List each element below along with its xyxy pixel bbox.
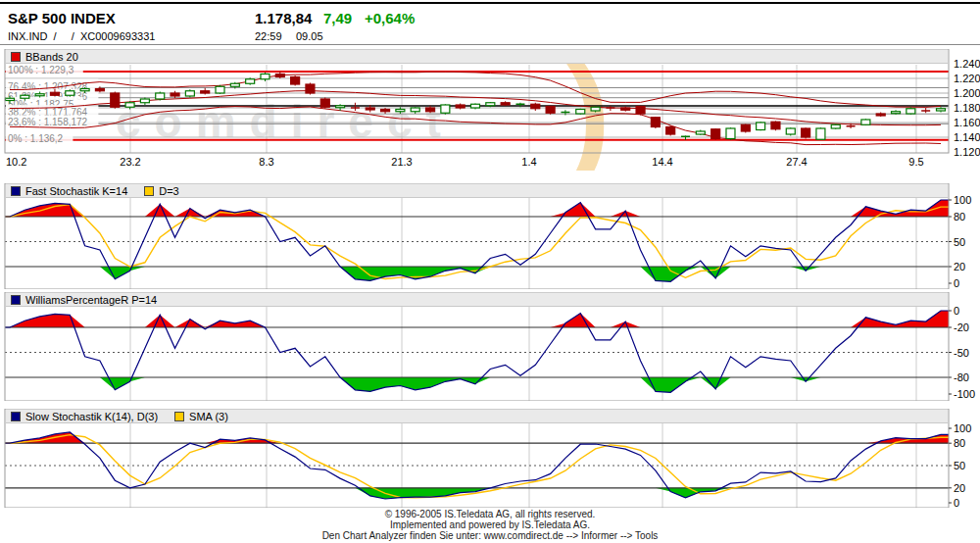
svg-text:10.2: 10.2 (6, 156, 26, 168)
williams-percent-r-chart: 0-20-50-80-100 (0, 292, 980, 401)
slow-k-swatch (11, 412, 21, 421)
instrument-title: S&P 500 INDEX (8, 10, 116, 26)
slow-k-label: Slow Stochastik K(14), D(3) (25, 411, 158, 422)
svg-text:1.240: 1.240 (954, 58, 980, 70)
svg-text:-80: -80 (954, 371, 969, 383)
quote-date: 09.05 (296, 30, 323, 42)
slow-stochastic-chart: 1008050200 (0, 409, 980, 508)
footer-powered-by: Implemented and powered by IS.Teledata A… (0, 519, 980, 530)
svg-text:-20: -20 (954, 321, 969, 333)
fast-stochastic-chart: 1008050200 (0, 183, 980, 289)
svg-text:100: 100 (954, 194, 971, 206)
svg-text:20: 20 (954, 261, 965, 272)
svg-text:1.180: 1.180 (954, 102, 980, 114)
williams-line-label: WilliamsPercentageR P=14 (25, 294, 157, 306)
svg-text:0: 0 (954, 305, 959, 317)
footer: © 1996-2005 IS.Teledata AG, all rights r… (0, 509, 980, 541)
bbands-legend-label: BBands 20 (25, 51, 78, 63)
comdirect-chart-analyzer: S&P 500 INDEX 1.178,84 7,49 +0,64% INX.I… (0, 0, 980, 543)
svg-text:0: 0 (954, 497, 959, 508)
d-line-swatch (144, 186, 154, 196)
svg-text:100% : 1.229,3: 100% : 1.229,3 (8, 65, 74, 75)
svg-text:8.3: 8.3 (259, 156, 273, 168)
svg-text:1.220: 1.220 (954, 73, 980, 84)
last-price: 1.178,84 (255, 10, 312, 26)
svg-text:100: 100 (954, 422, 971, 434)
svg-text:1.4: 1.4 (521, 156, 536, 168)
svg-text:0: 0 (954, 277, 959, 289)
sma-label: SMA (3) (189, 411, 228, 422)
d-line-label: D=3 (159, 185, 179, 197)
bbands-legend-swatch (11, 52, 21, 62)
price-change: 7,49 (323, 10, 352, 26)
sma-swatch (174, 412, 184, 421)
k-line-label: Fast Stochastik K=14 (25, 185, 127, 197)
bbands-legend: BBands 20 (6, 50, 948, 64)
williams-line-swatch (11, 295, 21, 305)
svg-text:0% : 1.136,2: 0% : 1.136,2 (8, 133, 64, 144)
footer-copyright: © 1996-2005 IS.Teledata AG, all rights r… (0, 509, 980, 519)
instrument-ids: INX.IND / / XC0009693331 (8, 30, 155, 42)
svg-text:27.4: 27.4 (786, 156, 807, 168)
svg-text:50: 50 (954, 236, 965, 248)
slow-stochastic-legend: Slow Stochastik K(14), D(3) SMA (3) (6, 410, 948, 423)
svg-text:9.5: 9.5 (908, 156, 923, 168)
svg-text:23.2: 23.2 (120, 156, 140, 168)
svg-text:-100: -100 (954, 388, 975, 400)
williams-legend: WilliamsPercentageR P=14 (6, 293, 948, 307)
price-bollinger-chart: comdirect)100% : 1.229,376,4% : 1.207,32… (0, 49, 980, 171)
svg-text:1.140: 1.140 (954, 131, 980, 143)
quote-time: 22:59 (255, 30, 282, 42)
svg-text:80: 80 (954, 437, 965, 449)
quote-header: S&P 500 INDEX 1.178,84 7,49 +0,64% INX.I… (0, 4, 980, 45)
svg-text:): ) (566, 49, 611, 171)
fast-stochastic-legend: Fast Stochastik K=14 D=3 (6, 184, 948, 198)
svg-text:14.4: 14.4 (652, 156, 672, 168)
svg-text:1.160: 1.160 (954, 117, 980, 128)
footer-url-hint: Den Chart Analyzer finden Sie unter: www… (0, 530, 980, 541)
k-line-swatch (11, 186, 21, 196)
svg-text:21.3: 21.3 (391, 156, 412, 168)
svg-text:-50: -50 (954, 347, 969, 359)
svg-text:20: 20 (954, 482, 965, 494)
svg-text:1.200: 1.200 (954, 87, 980, 99)
svg-text:50: 50 (954, 460, 965, 471)
svg-text:1.120: 1.120 (954, 146, 980, 158)
svg-text:23,6% : 1.158,172: 23,6% : 1.158,172 (8, 117, 88, 127)
svg-text:80: 80 (954, 211, 965, 222)
price-change-percent: +0,64% (365, 10, 415, 26)
